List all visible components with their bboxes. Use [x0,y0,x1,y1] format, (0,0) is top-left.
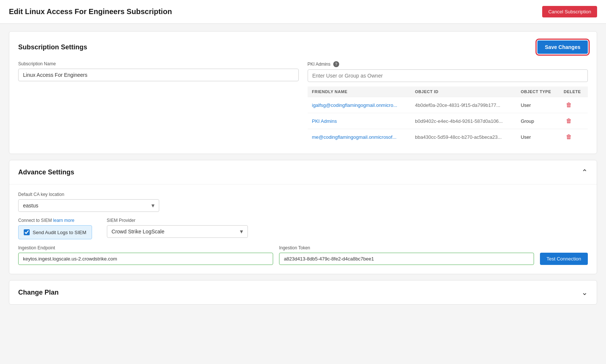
subscription-settings-grid: Subscription Name PKI Admins ? FRIENDLY … [18,61,588,145]
pki-delete-cell: 🗑 [559,129,588,145]
pki-col-object-id: OBJECT ID [410,86,516,97]
pki-friendly-name: me@codingflamingogmail.onmicrosof... [308,129,411,145]
pki-object-id: 4b0def0a-20ce-4831-9f15-da799b177... [410,97,516,113]
change-plan-card: Change Plan ⌄ [9,280,597,305]
delete-row-button[interactable]: 🗑 [564,101,574,109]
subscription-name-section: Subscription Name [18,61,299,145]
ingestion-endpoint-label: Ingestion Endpoint [18,245,273,250]
advance-settings-inner: Default CA key location eastus westus ce… [18,184,588,265]
send-audit-logs-checkbox-wrapper[interactable]: Send Audit Logs to SIEM [18,225,92,239]
pki-object-type: User [516,129,559,145]
subscription-settings-header: Subscription Settings Save Changes [18,40,588,54]
delete-row-button[interactable]: 🗑 [564,133,574,141]
pki-admins-section: PKI Admins ? FRIENDLY NAME OBJECT ID OBJ… [308,61,588,145]
pki-table-header-row: FRIENDLY NAME OBJECT ID OBJECT TYPE DELE… [308,86,588,97]
pki-delete-cell: 🗑 [559,97,588,113]
send-audit-logs-checkbox[interactable] [24,229,30,235]
ca-key-location-field: Default CA key location eastus westus ce… [18,192,588,212]
siem-provider-select[interactable]: Crowd Strike LogScale Splunk Microsoft S… [107,225,248,238]
ingestion-row: Ingestion Endpoint Ingestion Token Test … [18,245,588,265]
table-row: PKI Admins b0d9402c-e4ec-4b4d-9261-587d0… [308,113,588,129]
connect-to-siem-label: Connect to SIEM learn more [18,218,92,223]
pki-admins-label: PKI Admins ? [308,61,588,67]
pki-admins-help-icon[interactable]: ? [333,61,339,67]
ingestion-token-label: Ingestion Token [279,245,534,250]
change-plan-header[interactable]: Change Plan ⌄ [9,281,597,304]
advance-settings-card: Advance Settings ⌃ Default CA key locati… [9,160,597,274]
pki-object-type: User [516,97,559,113]
advance-settings-title: Advance Settings [18,168,74,176]
test-connection-button[interactable]: Test Connection [540,253,588,265]
pki-delete-cell: 🗑 [559,113,588,129]
siem-row: Connect to SIEM learn more Send Audit Lo… [18,218,588,239]
main-content: Subscription Settings Save Changes Subsc… [0,24,606,312]
learn-more-link[interactable]: learn more [53,218,74,223]
ca-key-location-select[interactable]: eastus westus centralus eastus2 [18,199,159,212]
siem-provider-select-wrapper: Crowd Strike LogScale Splunk Microsoft S… [107,225,248,238]
ingestion-endpoint-input[interactable] [18,253,273,265]
pki-object-id: bba430cc-5d59-48cc-b270-ac5beca23... [410,129,516,145]
siem-right: SIEM Provider Crowd Strike LogScale Splu… [107,218,248,238]
advance-settings-header[interactable]: Advance Settings ⌃ [9,160,597,184]
delete-row-button[interactable]: 🗑 [564,117,574,125]
ingestion-token-field: Ingestion Token [279,245,534,265]
pki-object-type: Group [516,113,559,129]
change-plan-chevron-icon: ⌄ [582,288,588,297]
pki-admins-table: FRIENDLY NAME OBJECT ID OBJECT TYPE DELE… [308,86,588,145]
subscription-name-input[interactable] [18,69,299,81]
pki-col-delete: DELETE [559,86,588,97]
ca-key-location-select-wrapper: eastus westus centralus eastus2 ▼ [18,199,159,212]
pki-col-object-type: OBJECT TYPE [516,86,559,97]
ingestion-endpoint-field: Ingestion Endpoint [18,245,273,265]
send-audit-logs-label: Send Audit Logs to SIEM [33,230,86,235]
change-plan-title: Change Plan [18,289,59,296]
pki-input-wrapper [308,69,588,82]
siem-provider-label: SIEM Provider [107,218,248,223]
siem-left: Connect to SIEM learn more Send Audit Lo… [18,218,92,239]
pki-friendly-name: igalfsg@codingflamingogmail.onmicro... [308,97,411,113]
page-header: Edit Linux Access For Engineers Subscrip… [0,0,606,24]
cancel-subscription-button[interactable]: Cancel Subscription [542,6,597,17]
subscription-name-label: Subscription Name [18,61,299,66]
save-changes-button[interactable]: Save Changes [537,40,588,54]
ingestion-token-input[interactable] [279,253,534,265]
ca-key-location-label: Default CA key location [18,192,588,197]
pki-friendly-name: PKI Admins [308,113,411,129]
table-row: me@codingflamingogmail.onmicrosof... bba… [308,129,588,145]
subscription-settings-title: Subscription Settings [18,43,87,51]
table-row: igalfsg@codingflamingogmail.onmicro... 4… [308,97,588,113]
pki-admins-input[interactable] [308,69,588,82]
advance-settings-chevron-icon: ⌃ [582,168,588,177]
advance-settings-body: Default CA key location eastus westus ce… [9,184,597,274]
page-title: Edit Linux Access For Engineers Subscrip… [9,7,172,16]
pki-col-friendly-name: FRIENDLY NAME [308,86,411,97]
pki-object-id: b0d9402c-e4ec-4b4d-9261-587d0a106... [410,113,516,129]
subscription-settings-card: Subscription Settings Save Changes Subsc… [9,31,597,154]
